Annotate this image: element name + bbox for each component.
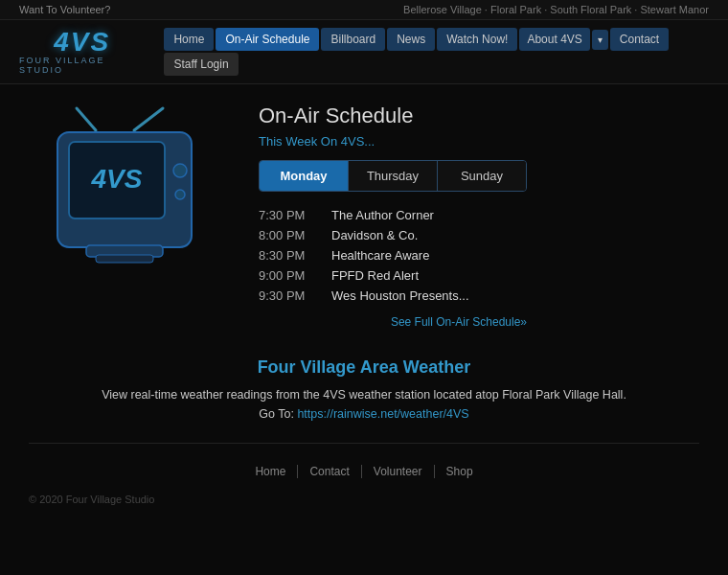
nav-on-air-schedule[interactable]: On-Air Schedule [216, 28, 319, 51]
schedule-show: Davidson & Co. [331, 228, 418, 242]
tab-thursday[interactable]: Thursday [349, 161, 438, 191]
schedule-show: The Author Corner [331, 208, 434, 222]
schedule-time: 9:00 PM [259, 268, 316, 283]
divider [29, 443, 699, 444]
tv-svg: 4VS [29, 104, 220, 295]
footer-nav-contact[interactable]: Contact [298, 465, 361, 478]
tab-monday[interactable]: Monday [260, 161, 349, 191]
main-content: 4VS On-Air Schedule This Week On 4VS... … [0, 84, 728, 348]
header: 4VS Four Village Studio Home On-Air Sche… [0, 20, 728, 84]
table-row: 8:00 PM Davidson & Co. [259, 225, 699, 245]
svg-rect-9 [96, 255, 153, 263]
nav-about-group: About 4VS ▾ [519, 28, 607, 51]
schedule-section: On-Air Schedule This Week On 4VS... Mond… [259, 104, 699, 329]
schedule-time: 8:30 PM [259, 248, 316, 263]
volunteer-link[interactable]: Want To Volunteer? [19, 4, 110, 15]
svg-point-6 [173, 164, 187, 177]
svg-line-0 [77, 108, 96, 130]
svg-line-1 [134, 108, 163, 130]
schedule-time: 8:00 PM [259, 228, 316, 242]
schedule-list: 7:30 PM The Author Corner 8:00 PM Davids… [259, 205, 699, 306]
table-row: 8:30 PM Healthcare Aware [259, 245, 699, 265]
main-nav: Home On-Air Schedule Billboard News Watc… [164, 28, 709, 76]
copyright: © 2020 Four Village Studio [0, 490, 728, 524]
schedule-show: Healthcare Aware [331, 248, 429, 263]
schedule-title: On-Air Schedule [259, 104, 699, 128]
nav-home[interactable]: Home [164, 28, 214, 51]
table-row: 9:00 PM FPFD Red Alert [259, 265, 699, 286]
see-full-schedule-link[interactable]: See Full On-Air Schedule» [259, 315, 527, 329]
table-row: 7:30 PM The Author Corner [259, 205, 699, 225]
weather-description: View real-time weather readings from the… [29, 385, 699, 424]
nav-news[interactable]: News [387, 28, 435, 51]
footer-nav-home[interactable]: Home [243, 465, 298, 478]
nav-billboard[interactable]: Billboard [321, 28, 385, 51]
tab-sunday[interactable]: Sunday [438, 161, 526, 191]
svg-text:4VS: 4VS [91, 164, 143, 194]
this-week-label: This Week On 4VS... [259, 134, 699, 149]
logo-text: 4VS [54, 29, 110, 56]
about-dropdown-arrow[interactable]: ▾ [592, 30, 608, 50]
schedule-show: FPFD Red Alert [331, 268, 419, 283]
nav-about-4vs[interactable]: About 4VS [519, 28, 589, 51]
weather-section: Four Village Area Weather View real-time… [0, 348, 728, 443]
footer-nav-volunteer[interactable]: Volunteer [362, 465, 435, 478]
weather-link[interactable]: https://rainwise.net/weather/4VS [297, 407, 468, 421]
svg-point-7 [175, 190, 185, 199]
nav-staff-login[interactable]: Staff Login [164, 53, 238, 76]
footer-nav-shop[interactable]: Shop [435, 465, 485, 478]
locations-text: Bellerose Village · Floral Park · South … [403, 4, 709, 15]
tv-illustration: 4VS [29, 104, 239, 329]
nav-watch-now[interactable]: Watch Now! [437, 28, 517, 51]
logo-subtitle: Four Village Studio [19, 56, 145, 75]
schedule-show: Wes Houston Presents... [331, 288, 469, 303]
weather-title: Four Village Area Weather [29, 357, 699, 378]
top-bar: Want To Volunteer? Bellerose Village · F… [0, 0, 728, 20]
nav-contact[interactable]: Contact [610, 28, 669, 51]
table-row: 9:30 PM Wes Houston Presents... [259, 286, 699, 306]
schedule-time: 7:30 PM [259, 208, 316, 222]
day-tabs: Monday Thursday Sunday [259, 160, 527, 192]
footer-nav: Home Contact Volunteer Shop [0, 453, 728, 490]
logo: 4VS Four Village Studio [19, 29, 145, 75]
schedule-time: 9:30 PM [259, 288, 316, 303]
